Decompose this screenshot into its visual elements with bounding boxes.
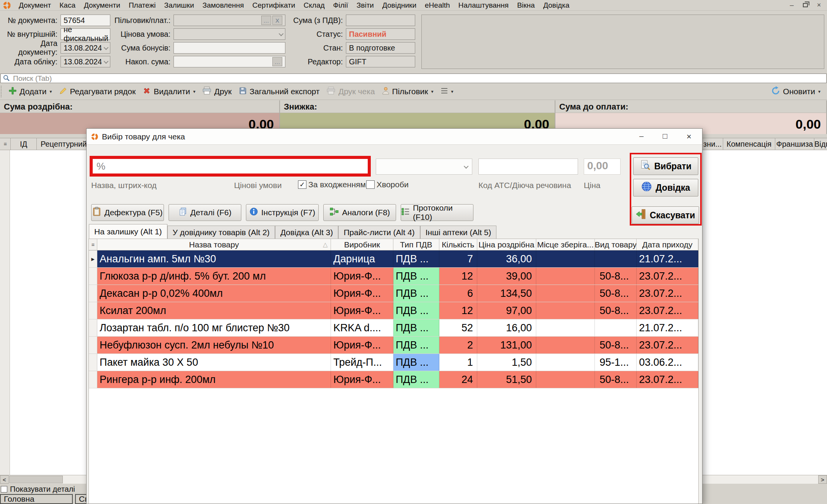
document-toolbar: Додати▾ Редагувати рядок Видалити▾ Друк … — [0, 83, 827, 100]
table-row[interactable]: Глюкоза р-р д/инф. 5% бут. 200 млЮрия-Ф.… — [89, 268, 698, 285]
column-quantity[interactable]: Кількість — [439, 239, 477, 250]
column-id[interactable]: ІД — [11, 138, 37, 150]
column-producer[interactable]: Виробник — [331, 239, 393, 250]
doc-number-label: № документа: — [0, 16, 57, 25]
column-franchise[interactable]: Франшиза — [775, 138, 814, 150]
instruction-button[interactable]: Інструкція (F7) — [246, 204, 319, 221]
chevron-down-icon: ▾ — [431, 89, 433, 94]
plus-icon — [8, 87, 17, 97]
table-row[interactable]: Пакет майка 30 Х 50Трейд-П...ПДВ ...11,5… — [89, 354, 698, 371]
menu-item-ehealth[interactable]: eHealth — [421, 1, 454, 10]
menu-item-directories[interactable]: Довідники — [378, 1, 421, 10]
doc-date-label: Дата документу: — [0, 39, 57, 57]
menu-item-payments[interactable]: Платежі — [124, 1, 160, 10]
menu-item-kasa[interactable]: Каса — [55, 1, 80, 10]
diseases-checkbox[interactable] — [366, 180, 375, 189]
select-button[interactable]: Вибрати — [633, 157, 698, 175]
menu-item-stock[interactable]: Залишки — [160, 1, 198, 10]
info-icon — [249, 207, 258, 218]
product-search-input[interactable] — [91, 157, 369, 175]
analogs-button[interactable]: Аналоги (F8) — [323, 204, 396, 221]
list-icon — [441, 87, 448, 96]
column-product-kind[interactable]: Вид товару — [595, 239, 637, 250]
add-button[interactable]: Додати▾ — [5, 84, 56, 99]
row-indicator-strip — [0, 150, 10, 475]
clear-button[interactable]: X — [272, 16, 282, 25]
state-label: Стан: — [289, 44, 343, 52]
help-button[interactable]: Довідка — [633, 179, 698, 196]
beneficiary-field[interactable]: …X — [174, 15, 285, 26]
beneficiary-button[interactable]: Пільговик▾ — [378, 84, 437, 99]
search-input[interactable] — [0, 74, 827, 83]
scrollbar-thumb[interactable] — [9, 476, 63, 483]
chevron-down-icon: ▾ — [818, 89, 820, 94]
menu-item-help[interactable]: Довідка — [539, 1, 573, 10]
defektura-button[interactable]: Дефектура (F5) — [91, 204, 164, 221]
tab-product-directory[interactable]: У довіднику товарів (Alt 2) — [167, 226, 275, 239]
dialog-maximize-button[interactable]: □ — [663, 132, 667, 142]
cancel-button[interactable]: Скасувати — [632, 206, 699, 224]
toolbar-grip[interactable] — [1, 86, 3, 97]
refresh-button[interactable]: Оновити▾ — [768, 84, 824, 99]
column-arrival-date[interactable]: Дата приходу — [637, 239, 698, 250]
tab-price-lists[interactable]: Прайс-листи (Alt 4) — [338, 226, 420, 239]
tab-in-stock[interactable]: На залишку (Alt 1) — [89, 224, 167, 239]
account-date-label: Дата обліку: — [0, 57, 57, 66]
table-row[interactable]: Ксилат 200млЮрия-Ф...ПДВ ...1297,0050-8.… — [89, 302, 698, 319]
close-button[interactable]: × — [815, 1, 823, 9]
menu-item-branches[interactable]: Філії — [329, 1, 352, 10]
menu-item-reports[interactable]: Звіти — [352, 1, 378, 10]
column-dispense-partial[interactable]: Відпу... — [814, 138, 827, 150]
edit-row-button[interactable]: Редагувати рядок — [56, 84, 139, 99]
dialog-close-button[interactable]: × — [686, 132, 691, 142]
column-vat-type[interactable]: Тип ПДВ — [393, 239, 439, 250]
atc-code-input[interactable] — [478, 159, 578, 175]
column-retail-price[interactable]: Ціна роздрібна — [477, 239, 536, 250]
restore-icon[interactable] — [803, 3, 808, 7]
sum-vat-field[interactable] — [346, 15, 415, 26]
chevron-down-icon: ▾ — [451, 89, 454, 94]
tab-reference[interactable]: Довідка (Alt 3) — [275, 226, 338, 239]
list-options-button[interactable]: ▾ — [437, 84, 457, 99]
bonus-sum-field[interactable] — [174, 42, 285, 54]
menu-item-certificates[interactable]: Сертифікати — [248, 1, 300, 10]
column-storage-place[interactable]: Місце зберіга... — [536, 239, 595, 250]
product-select-dialog: Вибір товару для чека – □ × 0,00 Назва, … — [86, 128, 703, 504]
menu-item-settings[interactable]: Налаштування — [454, 1, 513, 10]
dialog-title-bar[interactable]: Вибір товару для чека – □ × — [87, 129, 702, 145]
delete-button[interactable]: Видалити▾ — [139, 84, 199, 99]
table-row[interactable]: Лозартан табл. п/о 100 мг блистер №30KRK… — [89, 319, 698, 337]
table-row[interactable]: ▸ Анальгин амп. 5мл №30ДарницаПДВ ...736… — [89, 250, 698, 268]
dialog-minimize-button[interactable]: – — [639, 132, 644, 142]
person-icon — [382, 87, 390, 97]
export-button[interactable]: Загальний експорт — [235, 84, 323, 99]
chevron-down-icon[interactable] — [279, 31, 284, 36]
menu-item-documents[interactable]: Документи — [80, 1, 124, 10]
scroll-left-button[interactable]: < — [0, 475, 9, 484]
show-details-checkbox[interactable] — [1, 486, 7, 493]
table-row[interactable]: Небуфлюзон сусп. 2мл небулы №10Юрия-Ф...… — [89, 337, 698, 354]
menu-item-warehouse[interactable]: Склад — [300, 1, 329, 10]
accumulated-sum-field[interactable]: … — [174, 56, 285, 67]
price-label: Ціна — [584, 181, 600, 190]
menu-item-document[interactable]: Документ — [15, 1, 55, 10]
scroll-right-button[interactable]: > — [818, 475, 827, 484]
browse-button[interactable]: … — [272, 57, 282, 66]
details-button[interactable]: Деталі (F6) — [169, 204, 241, 221]
browse-button[interactable]: … — [261, 16, 271, 25]
price-condition-field[interactable] — [174, 28, 285, 40]
minimize-button[interactable]: – — [788, 1, 796, 9]
table-row[interactable]: Декасан р-р 0,02% 400млЮрия-Ф...ПДВ ...6… — [89, 285, 698, 302]
protocols-button[interactable]: Протоколи (F10) — [401, 204, 473, 221]
price-terms-dropdown[interactable] — [376, 159, 472, 175]
column-compensation[interactable]: Компенсація — [723, 138, 775, 150]
tab-main[interactable]: Головна — [0, 494, 73, 504]
by-entry-checkbox[interactable]: ✓ — [298, 180, 306, 189]
print-button[interactable]: Друк — [199, 84, 235, 99]
menu-item-windows[interactable]: Вікна — [513, 1, 539, 10]
table-row[interactable]: Рингера р-р инф. 200млЮрия-Ф...ПДВ ...24… — [89, 371, 698, 388]
column-product-name[interactable]: Назва товару△ — [97, 239, 331, 250]
tab-other-pharmacies[interactable]: Інші аптеки (Alt 5) — [420, 226, 497, 239]
documents-icon — [179, 207, 187, 218]
menu-item-orders[interactable]: Замовлення — [198, 1, 248, 10]
